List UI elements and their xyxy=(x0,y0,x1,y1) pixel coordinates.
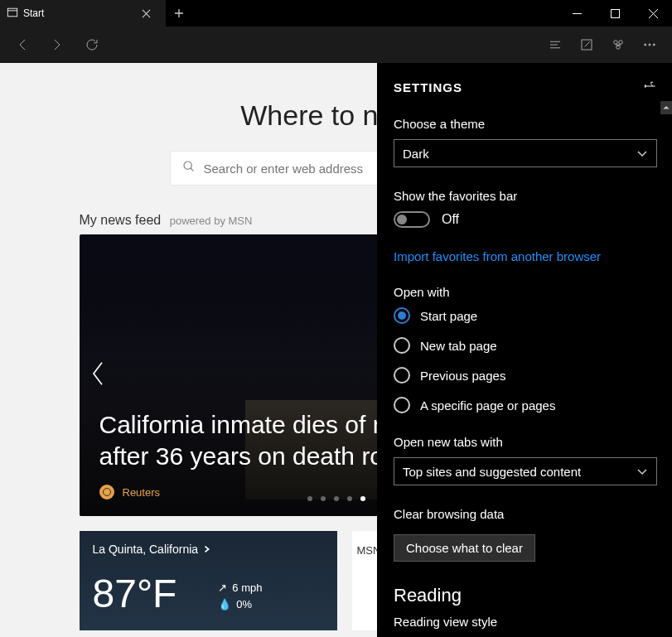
tab-start[interactable]: Start xyxy=(0,0,166,27)
svg-point-11 xyxy=(184,162,191,169)
clear-data-label: Clear browsing data xyxy=(394,507,657,521)
feed-powered-by: powered by MSN xyxy=(170,215,253,227)
new-tabs-select[interactable]: Top sites and suggested content xyxy=(394,457,657,485)
wind-icon: ↗ xyxy=(218,580,227,596)
share-icon[interactable] xyxy=(602,29,634,60)
favorites-bar-label: Show the favorites bar xyxy=(394,189,657,203)
weather-location: La Quinta, California xyxy=(93,543,324,556)
scroll-up-button[interactable] xyxy=(660,101,672,114)
radio-specific-page[interactable]: A specific page or pages xyxy=(394,397,657,413)
minimize-button[interactable] xyxy=(558,0,596,27)
import-favorites-link[interactable]: Import favorites from another browser xyxy=(394,249,657,263)
weather-temp: 87°F xyxy=(93,571,324,616)
chevron-down-icon xyxy=(636,466,648,477)
svg-rect-3 xyxy=(611,9,619,17)
hero-prev-icon[interactable] xyxy=(89,360,106,391)
favorites-bar-toggle[interactable] xyxy=(394,211,430,228)
search-icon xyxy=(182,160,196,176)
reading-list-icon[interactable] xyxy=(539,29,571,60)
maximize-button[interactable] xyxy=(596,0,634,27)
svg-rect-0 xyxy=(7,8,17,17)
window-controls xyxy=(558,0,672,27)
tab-bar: Start xyxy=(0,0,672,27)
reading-heading: Reading xyxy=(394,585,657,606)
close-window-button[interactable] xyxy=(634,0,672,27)
settings-pane: SETTINGS Choose a theme Dark Show the fa… xyxy=(377,63,672,637)
tab-title: Start xyxy=(23,7,128,19)
new-tabs-label: Open new tabs with xyxy=(394,435,657,449)
weather-card[interactable]: La Quinta, California 87°F ↗6 mph 💧0% xyxy=(80,531,337,630)
favorites-bar-state: Off xyxy=(442,212,459,227)
hero-source: Reuters xyxy=(99,485,161,499)
choose-what-to-clear-button[interactable]: Choose what to clear xyxy=(394,534,535,562)
note-icon[interactable] xyxy=(571,29,602,60)
theme-select[interactable]: Dark xyxy=(394,139,657,167)
svg-point-8 xyxy=(645,44,646,46)
precip-icon: 💧 xyxy=(218,596,231,613)
svg-point-9 xyxy=(649,44,650,46)
tab-page-icon xyxy=(7,7,18,21)
radio-start-page[interactable]: Start page xyxy=(394,307,657,324)
radio-previous-pages[interactable]: Previous pages xyxy=(394,367,657,384)
open-with-radios: Start page New tab page Previous pages A… xyxy=(394,307,657,413)
svg-point-10 xyxy=(653,44,655,46)
hero-pager[interactable] xyxy=(307,496,365,501)
refresh-button[interactable] xyxy=(76,29,108,60)
hero-source-label: Reuters xyxy=(123,486,161,499)
toolbar xyxy=(0,27,672,63)
new-tabs-value: Top sites and suggested content xyxy=(403,465,581,479)
more-icon[interactable] xyxy=(634,29,665,60)
theme-value: Dark xyxy=(403,147,429,161)
svg-point-6 xyxy=(619,41,623,45)
chevron-down-icon xyxy=(636,147,648,159)
forward-button[interactable] xyxy=(41,29,73,60)
new-tab-button[interactable] xyxy=(166,0,192,27)
settings-title: SETTINGS xyxy=(394,80,657,95)
open-with-label: Open with xyxy=(394,285,657,299)
svg-point-5 xyxy=(614,41,618,45)
reuters-logo-icon xyxy=(99,485,114,499)
weather-details: ↗6 mph 💧0% xyxy=(218,580,262,612)
theme-label: Choose a theme xyxy=(394,117,657,131)
back-button[interactable] xyxy=(7,29,38,60)
reading-style-label: Reading view style xyxy=(394,615,657,629)
tab-close-icon[interactable] xyxy=(133,9,159,18)
radio-new-tab-page[interactable]: New tab page xyxy=(394,337,657,354)
feed-label: My news feed xyxy=(80,213,162,227)
pin-icon[interactable] xyxy=(644,80,657,95)
